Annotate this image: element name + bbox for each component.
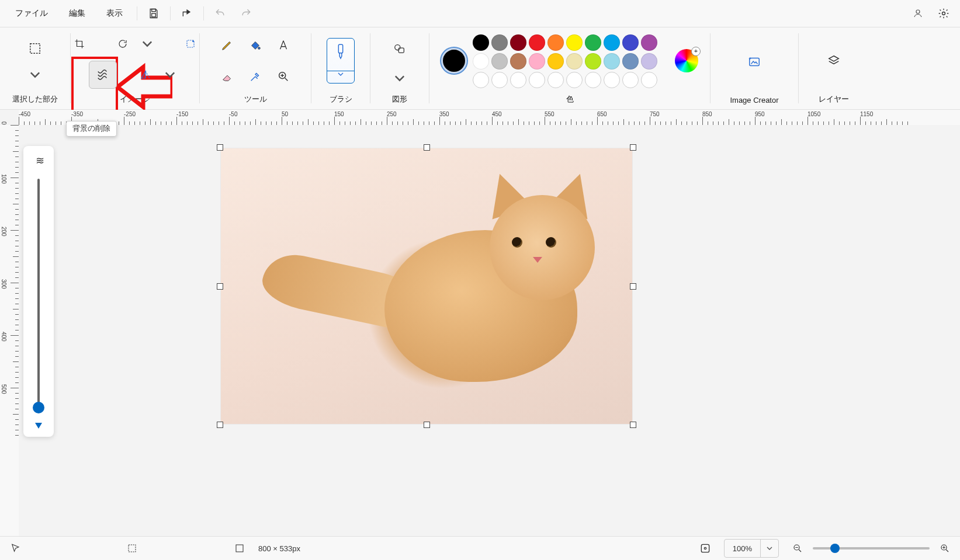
settings-gear-icon[interactable] [932, 2, 955, 25]
rotate-dropdown-icon[interactable] [136, 33, 158, 55]
zoom-slider-thumb[interactable] [830, 544, 840, 553]
zoom-select[interactable]: 100% [724, 539, 779, 558]
save-icon[interactable] [141, 1, 167, 26]
selection-handle[interactable] [424, 422, 430, 428]
eraser-icon[interactable] [214, 64, 240, 89]
current-color-swatch[interactable] [441, 48, 467, 74]
share-icon[interactable] [174, 1, 200, 26]
menu-file[interactable]: ファイル [5, 0, 58, 27]
color-swatch-empty[interactable] [547, 72, 564, 88]
selection-handle[interactable] [217, 144, 223, 151]
zoom-in-icon[interactable] [935, 539, 954, 558]
status-bar: 800 × 533px 100% [0, 536, 960, 560]
color-swatch-empty[interactable] [585, 72, 601, 88]
pencil-icon[interactable] [214, 32, 240, 58]
color-swatch[interactable] [491, 53, 508, 69]
menu-bar: ファイル 編集 表示 [0, 0, 960, 27]
brush-size-slider-thumb[interactable] [33, 402, 44, 413]
color-swatch[interactable] [529, 53, 545, 69]
menu-view[interactable]: 表示 [96, 0, 133, 27]
color-swatch-empty[interactable] [641, 72, 657, 88]
ruler-label: 750 [650, 111, 660, 117]
fit-to-window-icon[interactable] [696, 539, 715, 558]
color-swatch[interactable] [641, 53, 657, 69]
image-creator-button[interactable] [740, 46, 768, 78]
zoom-out-icon[interactable] [788, 539, 807, 558]
layers-button[interactable] [820, 44, 848, 77]
brush-size-slider[interactable] [37, 179, 40, 412]
zoom-value: 100% [725, 544, 760, 553]
ruler-label: 1150 [860, 111, 873, 117]
account-icon[interactable] [906, 2, 930, 25]
zoom-slider-track[interactable] [813, 547, 930, 549]
text-icon[interactable] [271, 32, 296, 58]
selection-rectangle-icon[interactable] [22, 36, 48, 61]
color-swatch[interactable] [473, 53, 489, 69]
ruler-label: -350 [71, 111, 83, 117]
color-picker-eyedropper-icon[interactable] [242, 64, 268, 89]
ruler-label: 200 [1, 227, 7, 236]
selection-handle[interactable] [630, 422, 636, 428]
cursor-position-icon [6, 539, 25, 558]
ruler-label: 100 [1, 174, 7, 184]
color-swatch[interactable] [622, 53, 639, 69]
selection-handle[interactable] [424, 144, 430, 151]
zoom-dropdown-icon[interactable] [760, 540, 778, 557]
color-swatch-empty[interactable] [622, 72, 639, 88]
color-swatch[interactable] [547, 34, 564, 51]
color-swatch[interactable] [547, 53, 564, 69]
redo-icon[interactable] [233, 1, 259, 26]
color-swatch[interactable] [622, 34, 639, 51]
color-swatch[interactable] [641, 34, 657, 51]
selection-handle[interactable] [217, 422, 223, 428]
shapes-button[interactable] [386, 32, 414, 65]
color-swatch[interactable] [529, 34, 545, 51]
zoom-slider[interactable] [788, 539, 954, 558]
color-swatch[interactable] [473, 34, 489, 51]
menu-edit[interactable]: 編集 [58, 0, 96, 27]
ruler-label: 650 [597, 111, 607, 117]
rotate-icon[interactable] [112, 33, 134, 55]
svg-point-16 [704, 547, 706, 549]
canvas-size-value: 800 × 533px [258, 544, 300, 553]
resize-canvas-icon[interactable] [179, 33, 202, 55]
color-swatch-empty[interactable] [604, 72, 620, 88]
brush-size-panel[interactable]: ≋ [23, 146, 54, 437]
color-swatch[interactable] [585, 53, 601, 69]
edit-colors-button[interactable] [675, 49, 698, 72]
selection-size-icon [123, 539, 141, 558]
color-swatch[interactable] [510, 34, 526, 51]
undo-icon[interactable] [207, 1, 233, 26]
selection-dropdown-icon[interactable] [24, 64, 46, 86]
color-swatch[interactable] [566, 34, 583, 51]
svg-rect-0 [152, 9, 156, 12]
magnifier-icon[interactable] [271, 64, 296, 89]
color-swatch-empty[interactable] [529, 72, 545, 88]
selection-handle[interactable] [630, 144, 636, 151]
color-swatch[interactable] [491, 34, 508, 51]
brush-button[interactable] [327, 38, 355, 84]
ribbon-toolbar: 背景の削除 選択した部分 [0, 27, 960, 110]
color-swatch[interactable] [604, 34, 620, 51]
color-swatch-empty[interactable] [566, 72, 583, 88]
selection-handle[interactable] [630, 283, 636, 290]
separator-icon [137, 6, 137, 20]
remove-background-button[interactable] [89, 61, 117, 89]
brush-dropdown-icon[interactable] [327, 71, 354, 83]
flip-dropdown-icon[interactable] [159, 64, 181, 86]
shapes-dropdown-icon[interactable] [389, 67, 411, 89]
color-swatch-empty[interactable] [473, 72, 489, 88]
canvas-image[interactable] [221, 148, 632, 424]
fill-bucket-icon[interactable] [242, 32, 268, 58]
crop-icon[interactable] [68, 33, 91, 55]
canvas-area[interactable]: ≋ [19, 125, 960, 536]
color-swatch-empty[interactable] [510, 72, 526, 88]
color-swatch-empty[interactable] [491, 72, 508, 88]
color-swatch[interactable] [585, 34, 601, 51]
flip-icon[interactable] [134, 64, 157, 86]
selection-handle[interactable] [217, 283, 223, 290]
ruler-label: -250 [124, 111, 136, 117]
color-swatch[interactable] [604, 53, 620, 69]
color-swatch[interactable] [510, 53, 526, 69]
color-swatch[interactable] [566, 53, 583, 69]
